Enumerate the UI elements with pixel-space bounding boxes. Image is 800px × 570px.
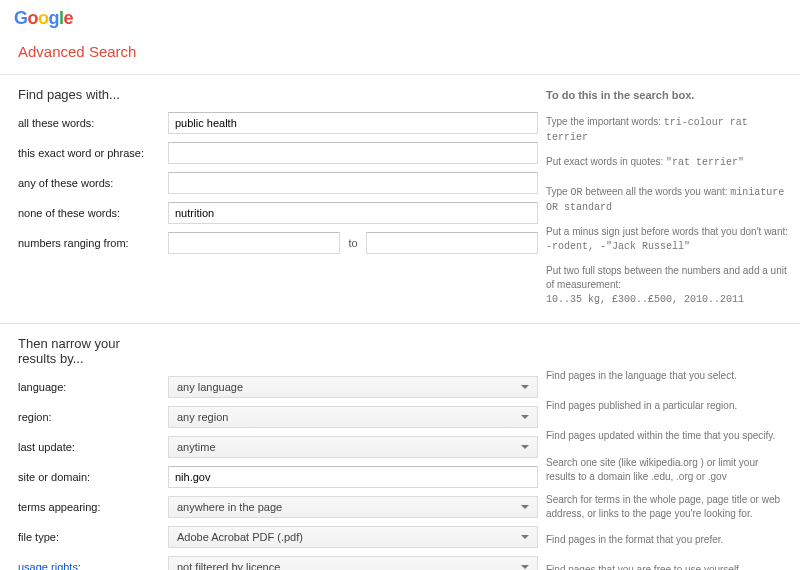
tip-rights: Find pages that you are free to use your… bbox=[546, 560, 790, 570]
tip-last-update: Find pages updated within the time that … bbox=[546, 426, 790, 446]
region-select[interactable]: any region bbox=[168, 406, 538, 428]
tip-region: Find pages published in a particular reg… bbox=[546, 396, 790, 416]
header: Google bbox=[0, 0, 800, 29]
site-input[interactable] bbox=[168, 466, 538, 488]
chevron-down-icon bbox=[521, 415, 529, 419]
find-heading: Find pages with... bbox=[18, 87, 538, 102]
range-to-label: to bbox=[346, 237, 359, 249]
all-words-label: all these words: bbox=[18, 117, 168, 129]
tip-filetype: Find pages in the format that you prefer… bbox=[546, 530, 790, 550]
filetype-label: file type: bbox=[18, 531, 168, 543]
tip-terms: Search for terms in the whole page, page… bbox=[546, 493, 790, 520]
any-words-input[interactable] bbox=[168, 172, 538, 194]
site-label: site or domain: bbox=[18, 471, 168, 483]
range-from-input[interactable] bbox=[168, 232, 340, 254]
tip-site: Search one site (like wikipedia.org ) or… bbox=[546, 456, 790, 483]
chevron-down-icon bbox=[521, 505, 529, 509]
usage-rights-select[interactable]: not filtered by licence bbox=[168, 556, 538, 570]
tip-language: Find pages in the language that you sele… bbox=[546, 366, 790, 386]
tip-any: Type OR between all the words you want: … bbox=[546, 185, 790, 215]
language-label: language: bbox=[18, 381, 168, 393]
tip-all-words: Type the important words: tri-colour rat… bbox=[546, 115, 790, 145]
chevron-down-icon bbox=[521, 445, 529, 449]
help-heading: To do this in the search box. bbox=[546, 89, 790, 101]
range-to-input[interactable] bbox=[366, 232, 538, 254]
tip-none: Put a minus sign just before words that … bbox=[546, 225, 790, 254]
google-logo[interactable]: Google bbox=[14, 8, 73, 28]
none-words-label: none of these words: bbox=[18, 207, 168, 219]
last-update-label: last update: bbox=[18, 441, 168, 453]
filetype-select[interactable]: Adobe Acrobat PDF (.pdf) bbox=[168, 526, 538, 548]
terms-select[interactable]: anywhere in the page bbox=[168, 496, 538, 518]
all-words-input[interactable] bbox=[168, 112, 538, 134]
last-update-select[interactable]: anytime bbox=[168, 436, 538, 458]
terms-label: terms appearing: bbox=[18, 501, 168, 513]
region-label: region: bbox=[18, 411, 168, 423]
chevron-down-icon bbox=[521, 535, 529, 539]
none-words-input[interactable] bbox=[168, 202, 538, 224]
language-select[interactable]: any language bbox=[168, 376, 538, 398]
any-words-label: any of these words: bbox=[18, 177, 168, 189]
narrow-heading: Then narrow your results by... bbox=[18, 336, 158, 366]
page-title: Advanced Search bbox=[0, 29, 800, 74]
range-label: numbers ranging from: bbox=[18, 237, 168, 249]
usage-rights-label[interactable]: usage rights: bbox=[18, 561, 168, 570]
chevron-down-icon bbox=[521, 385, 529, 389]
tip-exact: Put exact words in quotes: "rat terrier" bbox=[546, 155, 790, 175]
exact-phrase-input[interactable] bbox=[168, 142, 538, 164]
chevron-down-icon bbox=[521, 565, 529, 569]
exact-phrase-label: this exact word or phrase: bbox=[18, 147, 168, 159]
tip-range: Put two full stops between the numbers a… bbox=[546, 264, 790, 307]
